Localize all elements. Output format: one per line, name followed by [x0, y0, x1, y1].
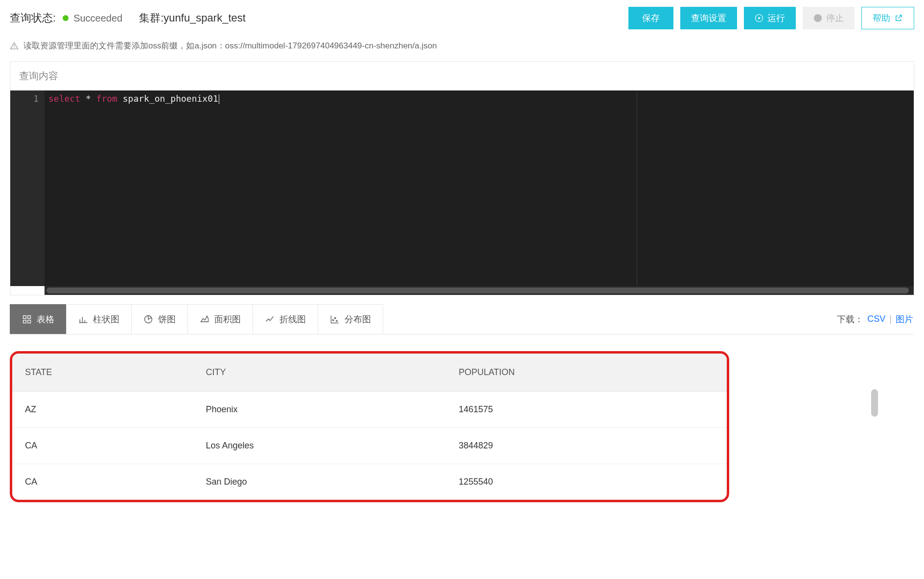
sql-table-name: spark_on_phoenix01	[123, 93, 218, 104]
stop-button: 停止	[803, 7, 855, 29]
line-gutter: 1	[10, 90, 45, 286]
sql-editor: 查询内容 1 select * from spark_on_phoenix01	[10, 61, 914, 295]
sql-keyword-select: select	[48, 93, 80, 104]
stop-button-label: 停止	[826, 12, 844, 24]
tab-scatter-chart[interactable]: 分布图	[318, 304, 383, 334]
tab-pie-chart[interactable]: 饼图	[131, 304, 188, 334]
play-icon	[755, 14, 763, 22]
tab-area-label: 面积图	[214, 313, 241, 325]
header-bar: 查询状态: Succeeded 集群:yunfu_spark_test 保存 查…	[0, 0, 924, 36]
tab-table-label: 表格	[37, 313, 54, 325]
help-button[interactable]: 帮助	[861, 7, 914, 29]
warning-icon	[10, 42, 19, 50]
scatter-chart-icon	[330, 314, 340, 324]
table-row[interactable]: CA Los Angeles 3844829	[12, 428, 727, 464]
area-chart-icon	[200, 314, 209, 324]
svg-rect-7	[28, 316, 31, 319]
external-link-icon	[894, 14, 903, 22]
tab-pie-label: 饼图	[158, 313, 176, 325]
code-content[interactable]: select * from spark_on_phoenix01	[45, 90, 914, 286]
tab-area-chart[interactable]: 面积图	[187, 304, 253, 334]
download-area: 下载： CSV | 图片	[837, 304, 914, 334]
svg-marker-1	[759, 17, 761, 20]
line-number: 1	[13, 93, 39, 104]
svg-rect-9	[28, 320, 31, 323]
table-header-row: STATE CITY POPULATION	[12, 354, 727, 392]
svg-point-19	[336, 320, 338, 322]
tab-line-chart[interactable]: 折线图	[253, 304, 318, 334]
text-cursor-icon	[219, 94, 219, 104]
code-area[interactable]: 1 select * from spark_on_phoenix01	[10, 90, 914, 286]
info-text: 读取资源管理里面的文件需要添加oss前缀，如a.json：oss://multi…	[23, 40, 437, 51]
download-image-link[interactable]: 图片	[896, 313, 913, 325]
svg-rect-3	[817, 17, 819, 20]
cell-state: CA	[12, 464, 193, 500]
editor-horizontal-scrollbar[interactable]	[45, 286, 914, 295]
cell-state: AZ	[12, 392, 193, 428]
results-vertical-scrollbar[interactable]	[871, 389, 878, 417]
query-status-value: Succeeded	[73, 13, 122, 24]
query-status-label: 查询状态:	[10, 11, 56, 25]
tab-bar-label: 柱状图	[93, 313, 119, 325]
download-csv-link[interactable]: CSV	[867, 314, 885, 324]
col-population[interactable]: POPULATION	[446, 354, 727, 392]
info-bar: 读取资源管理里面的文件需要添加oss前缀，如a.json：oss://multi…	[0, 36, 924, 59]
svg-point-18	[335, 317, 336, 319]
query-settings-button[interactable]: 查询设置	[680, 7, 737, 29]
results-table: STATE CITY POPULATION AZ Phoenix 1461575…	[12, 354, 727, 500]
result-tabs: 表格 柱状图 饼图 面积图 折线图 分布图 下载： CSV | 图片	[10, 304, 914, 334]
cell-population: 1461575	[446, 392, 727, 428]
svg-point-5	[14, 47, 15, 48]
sql-star: *	[86, 93, 91, 104]
svg-point-17	[332, 319, 334, 321]
cluster-label: 集群:yunfu_spark_test	[139, 11, 246, 25]
run-button[interactable]: 运行	[744, 7, 796, 29]
cell-city: San Diego	[193, 464, 446, 500]
results-highlight-box: STATE CITY POPULATION AZ Phoenix 1461575…	[10, 351, 729, 502]
separator: |	[889, 314, 892, 324]
table-row[interactable]: CA San Diego 1255540	[12, 464, 727, 500]
status-dot-icon	[63, 15, 69, 21]
tab-bar-chart[interactable]: 柱状图	[66, 304, 132, 334]
cell-city: Los Angeles	[193, 428, 446, 464]
cell-population: 1255540	[446, 464, 727, 500]
grid-icon	[22, 314, 32, 324]
table-row[interactable]: AZ Phoenix 1461575	[12, 392, 727, 428]
query-settings-label: 查询设置	[691, 12, 726, 24]
cell-city: Phoenix	[193, 392, 446, 428]
bar-chart-icon	[78, 314, 88, 324]
cell-state: CA	[12, 428, 193, 464]
stop-icon	[813, 14, 822, 22]
help-button-label: 帮助	[873, 12, 890, 24]
cell-population: 3844829	[446, 428, 727, 464]
save-button-label: 保存	[642, 12, 660, 24]
col-state[interactable]: STATE	[12, 354, 193, 392]
line-chart-icon	[265, 314, 275, 324]
results-panel: STATE CITY POPULATION AZ Phoenix 1461575…	[10, 351, 914, 502]
col-city[interactable]: CITY	[193, 354, 446, 392]
pie-chart-icon	[143, 314, 153, 324]
run-button-label: 运行	[767, 12, 785, 24]
scrollbar-thumb[interactable]	[46, 288, 909, 293]
svg-rect-8	[23, 320, 26, 323]
tab-table[interactable]: 表格	[10, 304, 67, 334]
editor-ruler	[637, 90, 637, 286]
save-button[interactable]: 保存	[628, 7, 673, 29]
tab-scatter-label: 分布图	[345, 313, 371, 325]
editor-title: 查询内容	[10, 62, 914, 90]
sql-keyword-from: from	[96, 93, 117, 104]
tab-line-label: 折线图	[279, 313, 306, 325]
svg-rect-6	[23, 316, 26, 319]
download-label: 下载：	[837, 313, 863, 325]
